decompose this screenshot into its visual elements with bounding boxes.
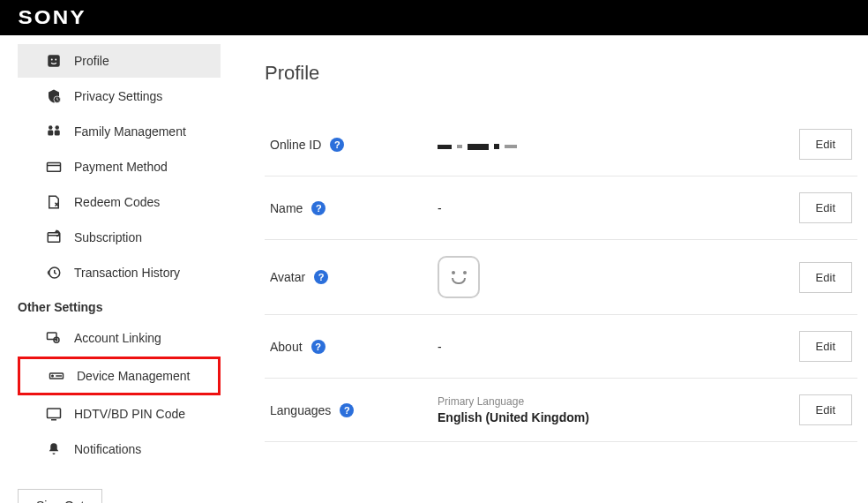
shield-icon xyxy=(44,88,64,104)
top-header: SONY xyxy=(0,0,868,35)
help-icon[interactable]: ? xyxy=(340,403,354,417)
label-languages: Languages xyxy=(270,403,331,417)
redacted-text xyxy=(438,144,517,150)
sidebar-item-redeem[interactable]: Redeem Codes xyxy=(18,185,221,219)
sidebar-item-notifications[interactable]: Notifications xyxy=(18,432,221,466)
sidebar-item-label: Transaction History xyxy=(74,266,180,280)
help-icon[interactable]: ? xyxy=(314,270,328,284)
sidebar-item-subscription[interactable]: Subscription xyxy=(18,221,221,254)
primary-language-value: English (United Kingdom) xyxy=(438,410,799,424)
sidebar-item-label: Payment Method xyxy=(74,160,168,174)
sidebar-item-label: Account Linking xyxy=(74,331,161,345)
svg-point-4 xyxy=(49,125,53,130)
sidebar-item-payment[interactable]: Payment Method xyxy=(18,150,221,184)
help-icon[interactable]: ? xyxy=(311,201,326,215)
sidebar-item-label: Redeem Codes xyxy=(74,195,160,209)
svg-rect-8 xyxy=(48,163,61,172)
main-content: Profile Online ID ? Edit Name ? xyxy=(221,35,868,503)
card-icon xyxy=(44,159,64,175)
sidebar-item-label: Device Management xyxy=(77,369,190,383)
sidebar-item-hdtv-pin[interactable]: HDTV/BD PIN Code xyxy=(18,397,221,431)
sidebar-item-label: Notifications xyxy=(74,442,141,456)
svg-rect-6 xyxy=(48,131,53,136)
avatar-image xyxy=(438,256,480,298)
redeem-icon xyxy=(44,194,64,210)
value-about: - xyxy=(438,340,799,354)
row-name: Name ? - Edit xyxy=(265,176,857,240)
row-about: About ? - Edit xyxy=(265,315,857,379)
value-languages: Primary Language English (United Kingdom… xyxy=(438,395,799,424)
sidebar-item-device-management[interactable]: Device Management xyxy=(18,357,221,395)
sidebar-item-label: Family Management xyxy=(74,124,186,139)
value-online-id xyxy=(438,138,799,152)
subscription-icon xyxy=(44,229,64,245)
edit-button-avatar[interactable]: Edit xyxy=(799,262,852,293)
svg-point-1 xyxy=(51,59,53,61)
primary-language-label: Primary Language xyxy=(438,395,799,408)
edit-button-online-id[interactable]: Edit xyxy=(799,129,852,160)
row-online-id: Online ID ? Edit xyxy=(265,113,857,176)
edit-button-languages[interactable]: Edit xyxy=(799,394,852,425)
sidebar-item-family[interactable]: Family Management xyxy=(18,115,221,148)
label-online-id: Online ID xyxy=(270,138,321,152)
sidebar-item-privacy[interactable]: Privacy Settings xyxy=(18,79,221,113)
page-title: Profile xyxy=(265,62,857,85)
svg-point-5 xyxy=(56,125,60,130)
row-avatar: Avatar ? Edit xyxy=(265,240,857,315)
device-icon xyxy=(47,368,66,384)
svg-rect-16 xyxy=(48,409,61,418)
help-icon[interactable]: ? xyxy=(311,340,326,354)
svg-rect-7 xyxy=(55,131,60,136)
profile-icon xyxy=(44,53,64,69)
edit-button-about[interactable]: Edit xyxy=(799,331,852,362)
svg-point-14 xyxy=(52,375,54,377)
tv-icon xyxy=(44,406,64,422)
svg-rect-0 xyxy=(48,55,60,67)
help-icon[interactable]: ? xyxy=(330,138,344,152)
value-name: - xyxy=(438,201,799,215)
sidebar-item-profile[interactable]: Profile xyxy=(18,44,221,78)
label-avatar: Avatar xyxy=(270,270,305,284)
row-languages: Languages ? Primary Language English (Un… xyxy=(265,379,857,442)
sidebar-item-label: HDTV/BD PIN Code xyxy=(74,407,185,421)
sidebar-section-other: Other Settings xyxy=(0,291,221,319)
sidebar-item-transactions[interactable]: Transaction History xyxy=(18,256,221,289)
value-avatar xyxy=(438,256,799,298)
sidebar-item-label: Privacy Settings xyxy=(74,89,162,103)
svg-rect-10 xyxy=(48,233,60,243)
family-icon xyxy=(44,124,64,139)
svg-point-2 xyxy=(55,59,56,61)
sidebar: Profile Privacy Settings Family Manageme… xyxy=(0,35,221,503)
sidebar-item-label: Subscription xyxy=(74,230,142,244)
label-about: About xyxy=(270,340,303,354)
history-icon xyxy=(44,265,64,281)
sidebar-item-account-linking[interactable]: Account Linking xyxy=(18,321,221,355)
edit-button-name[interactable]: Edit xyxy=(799,192,852,223)
label-name: Name xyxy=(270,201,303,215)
link-icon xyxy=(44,330,64,346)
sidebar-item-label: Profile xyxy=(74,54,109,68)
sign-out-button[interactable]: Sign Out xyxy=(18,489,102,503)
bell-icon xyxy=(44,441,64,457)
sony-logo: SONY xyxy=(18,6,86,29)
